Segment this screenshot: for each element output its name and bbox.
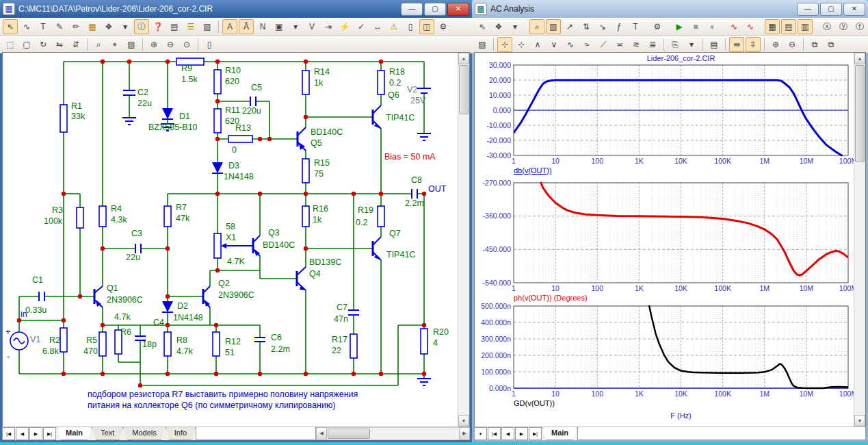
line-mode-icon[interactable]: ✎ — [52, 19, 67, 34]
text-mode-icon[interactable]: T — [628, 19, 643, 34]
info-mode-icon[interactable]: ⓘ — [134, 19, 149, 34]
normalize-none-icon[interactable]: ▥ — [798, 19, 813, 34]
first-page-button[interactable]: |◀ — [2, 427, 15, 440]
scroll-right-icon[interactable]: ▶ — [459, 427, 470, 440]
flip-y-icon[interactable]: ⇵ — [68, 37, 83, 52]
schematic-titlebar[interactable]: ▦ C:\MC11\DATA\Petrov\Lider-206\Lider-20… — [0, 0, 472, 18]
page-border-icon[interactable]: ▯ — [403, 19, 418, 34]
pause-icon[interactable]: ⏸ — [705, 19, 720, 34]
performance-tag-mode-icon[interactable]: ƒ — [611, 19, 627, 34]
tab-main[interactable]: Main — [542, 427, 577, 440]
hscroll-thumb[interactable] — [328, 429, 370, 439]
curve-expression-label[interactable]: ph(v(OUT)) (Degrees) — [514, 294, 588, 302]
analysis-limits-icon[interactable]: ▨ — [475, 37, 490, 52]
tab-models[interactable]: Models — [123, 427, 165, 440]
cursor-mode-icon[interactable]: ↗ — [562, 19, 577, 34]
fx-settings-icon[interactable]: ⓕ — [852, 19, 867, 34]
cursor-low-icon[interactable]: ∨ — [547, 37, 562, 52]
scroll-up-icon[interactable]: ▲ — [458, 53, 469, 64]
zoom-out-icon[interactable]: ⊖ — [163, 37, 178, 52]
horizontal-tag-mode-icon[interactable]: ↘ — [595, 19, 610, 34]
prev-page-button[interactable]: ◀ — [501, 427, 514, 440]
goto-flag-icon[interactable]: ▨ — [124, 37, 139, 52]
point-tag-mode-icon[interactable]: ⇅ — [579, 19, 594, 34]
show-conditions-icon[interactable]: ✓ — [354, 19, 369, 34]
animate-options-icon[interactable]: ∿ — [726, 19, 741, 34]
flip-x-icon[interactable]: ⇋ — [52, 37, 67, 52]
maximize-button[interactable]: ▢ — [424, 3, 446, 16]
next-simulation-icon[interactable]: ⧉ — [807, 37, 822, 52]
last-page-button[interactable]: ▶| — [529, 427, 542, 440]
minimize-button[interactable]: — — [797, 3, 819, 16]
prev-page-button[interactable]: ◀ — [16, 427, 29, 440]
tab-main[interactable]: Main — [57, 427, 92, 440]
cursor-peak-icon[interactable]: ⊹ — [497, 37, 512, 52]
list-components-icon[interactable]: ☰ — [183, 19, 198, 34]
plot-vertical-scrollbar[interactable]: ▲ ▼ — [854, 53, 865, 427]
show-node-voltages-icon[interactable]: V — [304, 19, 319, 34]
previous-simulation-icon[interactable]: ⧉ — [824, 37, 839, 52]
scroll-down-icon[interactable]: ▼ — [458, 415, 469, 427]
minimize-button[interactable]: — — [401, 3, 423, 16]
show-power-icon[interactable]: ⚡ — [337, 19, 352, 34]
preferences-icon[interactable]: ⚙ — [436, 19, 451, 34]
show-grid-text-icon[interactable]: Ã — [239, 19, 254, 34]
text-mode-icon[interactable]: T — [36, 19, 51, 34]
maximize-button[interactable]: ▢ — [820, 3, 842, 16]
zoom-out-icon[interactable]: ⊖ — [785, 37, 800, 52]
tab-info[interactable]: Info — [166, 427, 196, 440]
cursor-inflection-icon[interactable]: ∿ — [563, 37, 578, 52]
zoom-100-icon[interactable]: ⊙ — [179, 37, 194, 52]
scroll-thumb[interactable] — [855, 65, 865, 162]
scroll-up-icon[interactable]: ▲ — [854, 53, 865, 64]
scroll-thumb[interactable] — [459, 65, 469, 114]
tab-text[interactable]: Text — [92, 427, 123, 440]
find-next-icon[interactable]: ⌖ — [107, 37, 122, 52]
properties-icon[interactable]: ⚙ — [650, 19, 665, 34]
show-node-numbers-icon[interactable]: N — [255, 19, 270, 34]
rotate-icon[interactable]: ↻ — [36, 37, 51, 52]
pages-dropdown-icon[interactable]: ▾ — [474, 427, 487, 440]
region-enable-icon[interactable]: ▢ — [19, 37, 34, 52]
cursor-valley-icon[interactable]: ⊹ — [514, 37, 529, 52]
page-view-icon[interactable]: ▯ — [202, 37, 217, 52]
cursor-follow-icon[interactable]: ⇳ — [746, 37, 761, 52]
select-box-icon[interactable]: ⬚ — [3, 37, 18, 52]
stacked-curves-icon[interactable]: ≋ — [629, 37, 644, 52]
box-scale-mode-icon[interactable]: ▧ — [546, 19, 561, 34]
close-button[interactable]: ✕ — [447, 3, 469, 16]
show-pin-connections-icon[interactable]: ↔ — [370, 19, 385, 34]
stop-icon[interactable]: ■ — [688, 19, 703, 34]
component-menu-icon[interactable]: ❖ — [491, 19, 506, 34]
show-currents-icon[interactable]: ⇥ — [321, 19, 336, 34]
normalize-y-icon[interactable]: ▤ — [781, 19, 796, 34]
wire-mode-icon[interactable]: ∿ — [19, 19, 34, 34]
digital-trace-icon[interactable]: ▤ — [167, 19, 182, 34]
run-icon[interactable]: ▶ — [672, 19, 687, 34]
select-mode-icon[interactable]: ⇖ — [475, 19, 490, 34]
bus-mode-icon[interactable]: ▦ — [85, 19, 100, 34]
first-page-button[interactable]: |◀ — [488, 427, 501, 440]
schematic-vertical-scrollbar[interactable]: ▲ ▼ — [458, 53, 469, 427]
polygon-mode-icon[interactable]: ✏ — [68, 19, 83, 34]
show-layers-icon[interactable]: ▣ — [272, 19, 287, 34]
curve-db-v-out-[interactable] — [514, 80, 842, 155]
cursor-slope-icon[interactable]: ⟋ — [596, 37, 611, 52]
layers-dropdown-icon[interactable]: ▾ — [288, 19, 303, 34]
analysis-plots[interactable]: Lider-206_cor-2.CIR30.00020.00010.0000.0… — [475, 53, 866, 427]
close-button[interactable]: ✕ — [843, 3, 865, 16]
edit-region-icon[interactable]: ▨ — [200, 19, 215, 34]
show-attribute-text-icon[interactable]: A — [222, 19, 237, 34]
analysis-titlebar[interactable]: ▩ AC Analysis — ▢ ✕ — [472, 0, 868, 18]
cursor-gd-icon[interactable]: ≈ — [579, 37, 594, 52]
find-icon[interactable]: ⌕ — [91, 37, 106, 52]
schematic-canvas[interactable]: R133kC222uD1BZX585-B10R91.5kR10620C5220u… — [3, 53, 458, 425]
show-warnings-icon[interactable]: ⚠ — [386, 19, 402, 34]
numeric-output-icon[interactable]: ▤ — [707, 37, 722, 52]
cursor-high-icon[interactable]: ∧ — [530, 37, 545, 52]
curve-expression-label[interactable]: db(v(OUT)) — [514, 166, 552, 175]
align-cursors-icon[interactable]: ⇹ — [729, 37, 744, 52]
next-page-button[interactable]: ▶ — [515, 427, 528, 440]
select-mode-icon[interactable]: ⇖ — [3, 19, 18, 34]
clipboard-dropdown-icon[interactable]: ▾ — [684, 37, 699, 52]
